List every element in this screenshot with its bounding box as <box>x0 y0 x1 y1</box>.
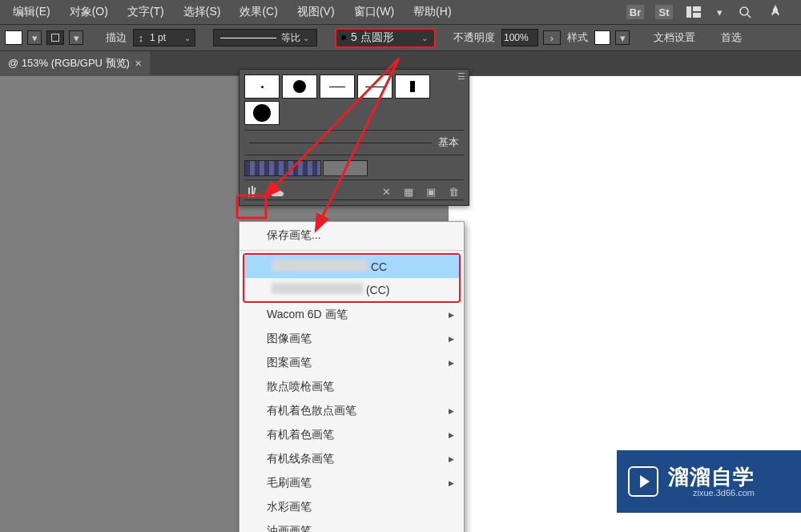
menu-view[interactable]: 视图(V) <box>288 2 344 22</box>
menu-image-brush[interactable]: 图像画笔 <box>239 327 464 351</box>
opacity-slider-toggle[interactable]: › <box>543 30 561 45</box>
menu-select[interactable]: 选择(S) <box>174 2 231 22</box>
stroke-weight-field[interactable] <box>148 32 180 43</box>
stroke-dropdown[interactable]: ▾ <box>69 30 83 45</box>
menu-bristle-brush[interactable]: 毛刷画笔 <box>239 471 464 495</box>
menu-type[interactable]: 文字(T) <box>118 2 174 22</box>
svg-rect-2 <box>693 13 701 18</box>
svg-rect-0 <box>686 6 691 18</box>
opacity-label: 不透明度 <box>453 30 495 45</box>
width-profile-label: 等比 <box>281 31 300 45</box>
menu-window[interactable]: 窗口(W) <box>344 2 405 22</box>
new-brush-icon[interactable]: ▣ <box>424 185 438 198</box>
trash-icon[interactable]: 🗑 <box>446 185 461 198</box>
brush-preset[interactable] <box>395 75 430 99</box>
pattern-brush-preview[interactable] <box>244 160 321 176</box>
menu-cc-library-1[interactable]: CC <box>244 255 459 278</box>
pattern-brush-preview[interactable] <box>323 160 368 176</box>
workspace-icon[interactable] <box>684 4 703 20</box>
brush-library-menu: 保存画笔... CC (CC) Wacom 6D 画笔 图像画笔 图案画笔 散点… <box>239 221 465 532</box>
brushes-library-icon[interactable] <box>248 185 262 198</box>
stroke-swatch[interactable] <box>46 30 64 45</box>
document-setup-button[interactable]: 文档设置 <box>654 30 695 45</box>
link-icon: ↕ <box>134 32 148 44</box>
chevron-down-icon[interactable]: ▾ <box>714 4 724 20</box>
libraries-cloud-icon[interactable] <box>270 185 284 198</box>
brush-definition-field[interactable] <box>351 31 418 44</box>
options-icon[interactable]: ▦ <box>401 185 416 198</box>
chevron-down-icon[interactable]: ⌄ <box>418 34 431 42</box>
menu-save-brush[interactable]: 保存画笔... <box>239 224 464 248</box>
play-icon <box>628 466 658 497</box>
opacity-field[interactable] <box>502 32 537 43</box>
menu-watercolor[interactable]: 水彩画笔 <box>239 495 464 519</box>
fill-dropdown[interactable]: ▾ <box>27 30 42 45</box>
menu-oil-brush[interactable]: 油画画笔 <box>239 519 464 532</box>
document-tab[interactable]: @ 153% (RGB/GPU 预览) ✕ <box>0 51 150 75</box>
style-label: 样式 <box>567 30 588 45</box>
watermark-title: 溜溜自学 <box>668 466 755 489</box>
menu-organic-line[interactable]: 有机线条画笔 <box>239 447 464 471</box>
options-bar: ▾ ▾ 描边 ↕ ⌄ 等比 ⌄ ⌄ 不透明度 › 样式 ▾ 文档设置 首选 <box>0 24 801 51</box>
search-icon[interactable] <box>735 4 755 20</box>
menu-effect[interactable]: 效果(C) <box>230 2 287 22</box>
menu-cc-library-2[interactable]: (CC) <box>244 278 459 301</box>
brush-preset[interactable] <box>244 75 280 99</box>
document-tab-label: @ 153% (RGB/GPU 预览) <box>8 56 130 71</box>
style-swatch[interactable] <box>594 30 610 45</box>
brush-preview-dot <box>341 35 346 40</box>
fill-swatch[interactable] <box>5 30 22 45</box>
basic-stroke-preview <box>249 143 432 143</box>
basic-brush-label[interactable]: 基本 <box>438 135 459 150</box>
brush-definition-combo[interactable]: ⌄ <box>335 28 436 48</box>
watermark: 溜溜自学 zixue.3d66.com <box>617 450 801 513</box>
svg-line-4 <box>747 14 751 18</box>
rocket-icon[interactable] <box>766 4 785 20</box>
bridge-icon[interactable]: Br <box>626 5 644 19</box>
menu-organic-color[interactable]: 有机着色画笔 <box>239 423 464 447</box>
brush-preset[interactable] <box>244 101 280 125</box>
menu-organic-scatter[interactable]: 有机着色散点画笔 <box>239 399 464 423</box>
remove-stroke-icon[interactable]: ✕ <box>379 185 393 198</box>
menu-scatter-spray[interactable]: 散点喷枪画笔 <box>239 375 464 399</box>
stock-icon[interactable]: St <box>655 5 673 19</box>
menu-wacom-6d[interactable]: Wacom 6D 画笔 <box>239 303 464 327</box>
chevron-down-icon[interactable]: ⌄ <box>180 34 195 42</box>
svg-rect-1 <box>693 6 701 11</box>
brush-preset[interactable] <box>320 75 355 99</box>
panel-menu-icon[interactable]: ☰ <box>457 71 465 82</box>
svg-point-3 <box>740 7 748 15</box>
chevron-down-icon[interactable]: ⌄ <box>299 34 313 42</box>
menu-bar: 编辑(E) 对象(O) 文字(T) 选择(S) 效果(C) 视图(V) 窗口(W… <box>0 0 801 24</box>
menu-help[interactable]: 帮助(H) <box>404 2 461 22</box>
menu-edit[interactable]: 编辑(E) <box>3 2 60 22</box>
width-profile-combo[interactable]: 等比 ⌄ <box>213 29 317 46</box>
menu-pattern-brush[interactable]: 图案画笔 <box>239 351 464 375</box>
brush-preset[interactable] <box>357 75 392 99</box>
close-icon[interactable]: ✕ <box>135 58 142 69</box>
brush-preset[interactable] <box>282 75 317 99</box>
menu-object[interactable]: 对象(O) <box>60 2 118 22</box>
stroke-label: 描边 <box>106 30 127 45</box>
brushes-panel: ☰ 基本 ✕ ▦ ▣ 🗑 <box>239 69 469 206</box>
watermark-url: zixue.3d66.com <box>693 488 755 498</box>
svg-rect-5 <box>248 187 250 197</box>
style-dropdown[interactable]: ▾ <box>615 30 630 45</box>
preferences-button[interactable]: 首选 <box>721 30 742 45</box>
opacity-input[interactable] <box>501 29 538 46</box>
stroke-weight-input[interactable]: ↕ ⌄ <box>133 29 195 46</box>
